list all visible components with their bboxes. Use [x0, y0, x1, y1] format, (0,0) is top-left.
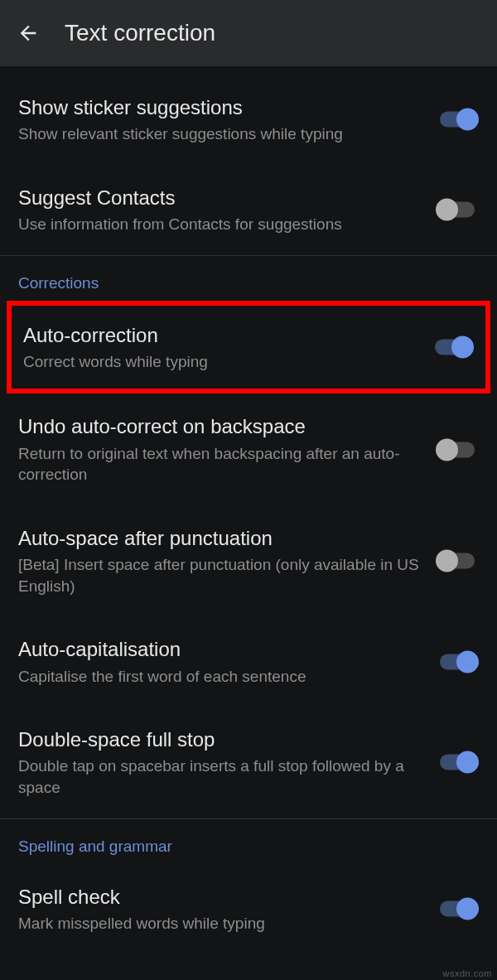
- setting-text: Auto-space after punctuation [Beta] Inse…: [18, 525, 436, 596]
- toggle-suggest-contacts[interactable]: [436, 196, 479, 223]
- toggle-thumb: [456, 109, 479, 131]
- toggle-thumb: [436, 550, 458, 572]
- setting-title: Undo auto-correct on backspace: [18, 413, 419, 439]
- toggle-thumb: [451, 336, 474, 359]
- setting-text: Show sticker suggestions Show relevant s…: [18, 94, 436, 145]
- setting-title: Show sticker suggestions: [18, 94, 419, 120]
- setting-text: Double-space full stop Double tap on spa…: [18, 727, 436, 798]
- setting-spell-check[interactable]: Spell check Mark misspelled words while …: [0, 864, 497, 941]
- settings-list: Show sticker suggestions Show relevant s…: [0, 66, 497, 941]
- toggle-auto-correction[interactable]: [431, 334, 474, 360]
- setting-auto-space[interactable]: Auto-space after punctuation [Beta] Inse…: [0, 505, 497, 616]
- toggle-sticker-suggestions[interactable]: [436, 106, 479, 133]
- setting-title: Auto-correction: [23, 322, 414, 348]
- setting-title: Double-space full stop: [18, 727, 419, 752]
- setting-text: Spell check Mark misspelled words while …: [18, 884, 436, 934]
- setting-subtitle: Use information from Contacts for sugges…: [18, 214, 419, 235]
- setting-subtitle: Mark misspelled words while typing: [18, 913, 419, 934]
- setting-text: Auto-correction Correct words while typi…: [23, 322, 431, 373]
- toggle-auto-space[interactable]: [436, 548, 479, 574]
- highlight-autocorrect: Auto-correction Correct words while typi…: [7, 301, 490, 394]
- app-header: Text correction: [0, 0, 497, 66]
- setting-sticker-suggestions[interactable]: Show sticker suggestions Show relevant s…: [0, 75, 497, 165]
- setting-suggest-contacts[interactable]: Suggest Contacts Use information from Co…: [0, 165, 497, 255]
- toggle-thumb: [456, 650, 479, 673]
- setting-text: Suggest Contacts Use information from Co…: [18, 185, 436, 235]
- setting-subtitle: Correct words while typing: [23, 351, 414, 373]
- setting-undo-autocorrect[interactable]: Undo auto-correct on backspace Return to…: [0, 393, 497, 504]
- toggle-thumb: [436, 199, 458, 221]
- setting-double-space[interactable]: Double-space full stop Double tap on spa…: [0, 707, 497, 818]
- watermark: wsxdn.com: [442, 968, 492, 978]
- setting-title: Suggest Contacts: [18, 185, 419, 210]
- setting-subtitle: Capitalise the first word of each senten…: [18, 666, 419, 688]
- setting-text: Auto-capitalisation Capitalise the first…: [18, 636, 436, 687]
- page-title: Text correction: [65, 20, 215, 46]
- toggle-thumb: [456, 898, 479, 920]
- setting-title: Auto-space after punctuation: [18, 525, 419, 551]
- setting-title: Auto-capitalisation: [18, 636, 419, 662]
- toggle-thumb: [456, 751, 479, 774]
- setting-auto-correction[interactable]: Auto-correction Correct words while typi…: [12, 306, 485, 389]
- setting-text: Undo auto-correct on backspace Return to…: [18, 413, 436, 485]
- back-arrow-icon[interactable]: [17, 22, 40, 45]
- section-corrections: Corrections: [0, 256, 497, 301]
- toggle-spell-check[interactable]: [436, 896, 479, 922]
- toggle-undo-autocorrect[interactable]: [436, 437, 479, 463]
- setting-subtitle: [Beta] Insert space after punctuation (o…: [18, 554, 419, 596]
- arrow-left-icon: [17, 22, 40, 45]
- setting-auto-capitalisation[interactable]: Auto-capitalisation Capitalise the first…: [0, 616, 497, 707]
- section-spelling: Spelling and grammar: [0, 819, 497, 864]
- setting-title: Spell check: [18, 884, 419, 910]
- setting-subtitle: Double tap on spacebar inserts a full st…: [18, 756, 419, 798]
- setting-subtitle: Show relevant sticker suggestions while …: [18, 123, 419, 145]
- setting-subtitle: Return to original text when backspacing…: [18, 443, 419, 485]
- toggle-thumb: [436, 438, 458, 461]
- toggle-double-space[interactable]: [436, 749, 479, 775]
- toggle-auto-capitalisation[interactable]: [436, 649, 479, 675]
